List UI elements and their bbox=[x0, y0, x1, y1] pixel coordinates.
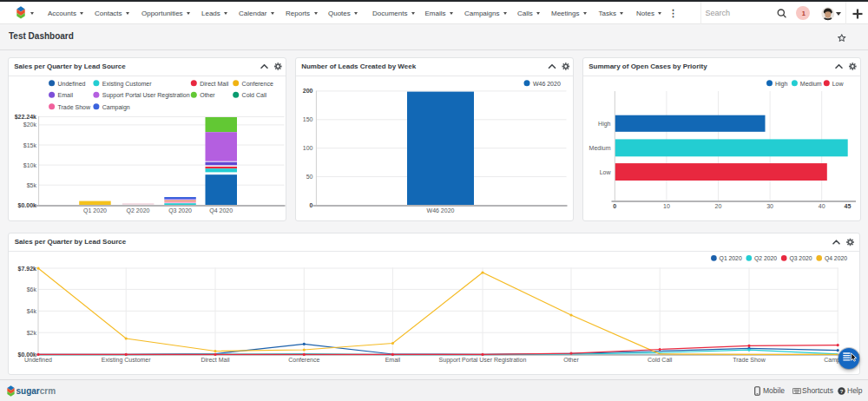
svg-text:Conference: Conference bbox=[242, 81, 273, 87]
svg-text:Medium: Medium bbox=[589, 145, 611, 151]
svg-text:0: 0 bbox=[613, 203, 616, 209]
svg-text:Low: Low bbox=[832, 81, 845, 87]
svg-text:Undefined: Undefined bbox=[24, 357, 52, 363]
svg-text:$0.00k: $0.00k bbox=[18, 202, 37, 209]
svg-text:20: 20 bbox=[715, 203, 722, 209]
svg-text:Trade Show: Trade Show bbox=[58, 104, 91, 110]
svg-text:200: 200 bbox=[303, 88, 313, 94]
svg-text:Q1 2020: Q1 2020 bbox=[83, 207, 107, 214]
svg-text:30: 30 bbox=[766, 203, 773, 209]
svg-text:?: ? bbox=[840, 388, 844, 393]
svg-text:Support Portal User Registrati: Support Portal User Registration bbox=[439, 357, 527, 364]
svg-text:Undefined: Undefined bbox=[58, 81, 86, 87]
svg-text:Direct Mail: Direct Mail bbox=[201, 357, 230, 363]
svg-text:Existing Customer: Existing Customer bbox=[102, 81, 152, 88]
svg-text:Conference: Conference bbox=[288, 357, 319, 363]
svg-text:Q3 2020: Q3 2020 bbox=[168, 207, 192, 214]
svg-text:Q2 2020: Q2 2020 bbox=[127, 207, 150, 214]
svg-text:Q2 2020: Q2 2020 bbox=[754, 255, 777, 262]
svg-text:$22.24k: $22.24k bbox=[15, 114, 36, 121]
svg-text:Q4 2020: Q4 2020 bbox=[825, 255, 847, 262]
svg-text:Other: Other bbox=[200, 92, 215, 98]
svg-text:Cold Call: Cold Call bbox=[648, 357, 673, 363]
svg-text:10: 10 bbox=[663, 203, 670, 209]
svg-text:0: 0 bbox=[310, 202, 313, 208]
svg-text:100: 100 bbox=[303, 145, 313, 151]
svg-text:$4k: $4k bbox=[27, 308, 37, 314]
svg-text:150: 150 bbox=[303, 116, 313, 122]
svg-text:Trade Show: Trade Show bbox=[733, 357, 766, 363]
svg-text:$5k: $5k bbox=[27, 182, 37, 188]
svg-text:45: 45 bbox=[845, 203, 852, 209]
svg-text:$6k: $6k bbox=[27, 286, 37, 293]
svg-text:High: High bbox=[598, 121, 611, 128]
svg-text:$10k: $10k bbox=[23, 162, 37, 168]
svg-text:Email: Email bbox=[385, 357, 401, 363]
svg-text:$20k: $20k bbox=[23, 122, 37, 128]
svg-text:Low: Low bbox=[600, 169, 612, 175]
svg-text:Cold Call: Cold Call bbox=[242, 92, 267, 98]
svg-text:High: High bbox=[775, 81, 788, 88]
svg-text:40: 40 bbox=[819, 203, 825, 209]
svg-text:$7.92k: $7.92k bbox=[18, 266, 37, 273]
svg-text:Q1 2020: Q1 2020 bbox=[720, 255, 742, 262]
svg-text:$15k: $15k bbox=[23, 142, 37, 148]
svg-text:Direct Mail: Direct Mail bbox=[200, 81, 229, 87]
svg-text:W46 2020: W46 2020 bbox=[533, 81, 561, 87]
svg-text:50: 50 bbox=[306, 174, 313, 180]
svg-text:Email: Email bbox=[58, 92, 74, 98]
svg-text:Q3 2020: Q3 2020 bbox=[789, 255, 812, 262]
svg-text:$2k: $2k bbox=[27, 330, 37, 336]
svg-text:W46 2020: W46 2020 bbox=[427, 207, 455, 214]
svg-text:Medium: Medium bbox=[800, 81, 822, 87]
svg-text:Q4 2020: Q4 2020 bbox=[209, 207, 233, 214]
svg-text:Support Portal User Registrati: Support Portal User Registration bbox=[102, 92, 190, 99]
svg-text:Existing Customer: Existing Customer bbox=[102, 357, 151, 364]
svg-text:Campaign: Campaign bbox=[102, 104, 130, 111]
svg-text:Other: Other bbox=[563, 357, 579, 363]
